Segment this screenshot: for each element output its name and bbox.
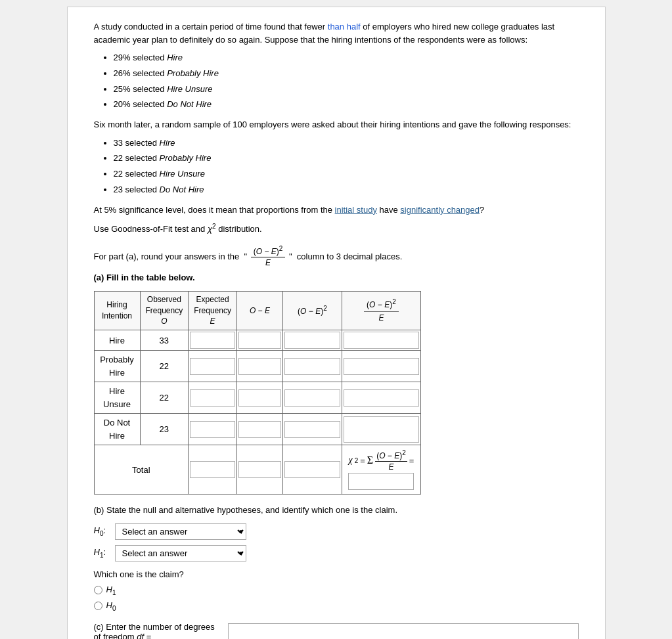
degrees-input[interactable] (228, 623, 579, 639)
input-total-oe[interactable] (238, 461, 281, 478)
list2-item3-italic: Hire Unsure (160, 169, 205, 179)
cell-expected-probably-hire[interactable] (189, 351, 237, 382)
table-container: HiringIntention ObservedFrequencyO Expec… (94, 291, 579, 495)
table-row-hire-unsure: HireUnsure 22 (94, 382, 420, 414)
list1-item2-italic: Probably Hire (167, 68, 219, 78)
cell-total-label: Total (94, 445, 189, 495)
intro-paragraph1: A study conducted in a certain period of… (94, 20, 579, 46)
cell-oe2-probably-hire[interactable] (282, 351, 342, 382)
h1-row: H1: Select an answer ▼ (94, 545, 579, 562)
list1: 29% selected Hire 26% selected Probably … (114, 51, 579, 112)
initial-study-link: initial study (335, 205, 377, 215)
cell-oe2e-hire-unsure[interactable] (342, 382, 420, 414)
input-chi-result[interactable] (348, 473, 414, 490)
list1-item4: 20% selected Do Not Hire (114, 98, 579, 112)
cell-oe2-hire[interactable] (282, 330, 342, 351)
input-expected-probably-hire[interactable] (190, 358, 235, 375)
formula-prefix: For part (a), round your answers in the … (94, 252, 250, 261)
input-oe-hire-unsure[interactable] (238, 389, 281, 407)
list2: 33 selected Hire 22 selected Probably Hi… (114, 137, 579, 197)
radio-h1-row: H1 (94, 584, 579, 596)
input-total-oe2[interactable] (284, 461, 340, 478)
cell-observed-do-not-hire: 23 (140, 414, 189, 445)
list1-item1: 29% selected Hire (114, 51, 579, 65)
cell-oe-hire[interactable] (236, 330, 282, 351)
fraction-formula: (O − E)2 E (251, 245, 286, 267)
cell-intention-hire: Hire (94, 330, 140, 351)
oe2e-formula: (O − E)2 E (375, 449, 407, 472)
list1-item2: 26% selected Probably Hire (114, 67, 579, 81)
input-oe2e-probably-hire[interactable] (344, 358, 419, 375)
list2-item4: 23 selected Do Not Hire (114, 183, 579, 197)
input-oe2-hire-unsure[interactable] (284, 389, 340, 407)
method-text: Use Goodness-of-Fit test and χ2 distribu… (94, 221, 579, 236)
chi-symbol-formula: χ (348, 455, 352, 466)
radio-h1[interactable] (94, 586, 102, 594)
cell-oe2e-do-not-hire[interactable] (342, 414, 420, 445)
cell-expected-hire[interactable] (189, 330, 237, 351)
input-expected-hire[interactable] (190, 332, 235, 349)
list2-item2-italic: Probably Hire (160, 153, 212, 163)
h1-select[interactable]: Select an answer (115, 545, 246, 562)
sigma-symbol: Σ (367, 454, 373, 466)
cell-oe2-hire-unsure[interactable] (282, 382, 342, 414)
list2-item2: 22 selected Probably Hire (114, 152, 579, 165)
cell-oe-hire-unsure[interactable] (236, 382, 282, 414)
cell-observed-hire-unsure: 22 (140, 382, 189, 414)
col-header-expected: ExpectedFrequencyE (189, 291, 237, 330)
cell-oe-do-not-hire[interactable] (236, 414, 282, 445)
input-oe2e-do-not-hire[interactable] (344, 416, 419, 443)
input-oe-probably-hire[interactable] (238, 358, 281, 375)
significantly-changed-link: significantly changed (400, 205, 480, 215)
cell-total-oe[interactable] (236, 445, 282, 495)
radio-h0[interactable] (94, 602, 102, 610)
list2-item1: 33 selected Hire (114, 137, 579, 150)
claim-question: Which one is the claim? (94, 568, 579, 581)
radio-h0-label: H0 (106, 600, 116, 612)
cell-intention-probably-hire: ProbablyHire (94, 351, 140, 382)
input-oe2e-hire[interactable] (344, 332, 419, 349)
cell-total-oe2[interactable] (282, 445, 342, 495)
list1-item1-italic: Hire (167, 53, 183, 62)
input-oe2-probably-hire[interactable] (284, 358, 340, 375)
intro-section: A study conducted in a certain period of… (94, 20, 579, 236)
input-oe2e-hire-unsure[interactable] (344, 389, 419, 407)
input-expected-hire-unsure[interactable] (190, 389, 235, 407)
part-a-label: (a) Fill in the table below. (94, 271, 579, 284)
cell-total-expected[interactable] (189, 445, 237, 495)
input-oe2-hire[interactable] (284, 332, 340, 349)
cell-oe-probably-hire[interactable] (236, 351, 282, 382)
link-than: than half (328, 22, 361, 32)
claim-section: Which one is the claim? H1 H0 (94, 568, 579, 612)
cell-oe2e-hire[interactable] (342, 330, 420, 351)
chi-sup: 2 (212, 223, 216, 230)
input-oe-do-not-hire[interactable] (238, 421, 281, 438)
input-expected-do-not-hire[interactable] (190, 421, 235, 438)
radio-h1-label: H1 (106, 584, 116, 596)
col-header-hiring: HiringIntention (94, 291, 140, 330)
cell-intention-hire-unsure: HireUnsure (94, 382, 140, 414)
list1-item3: 25% selected Hire Unsure (114, 83, 579, 97)
fraction-numerator: (O − E)2 (251, 245, 286, 257)
h0-select[interactable]: Select an answer (115, 523, 246, 540)
input-oe2-do-not-hire[interactable] (284, 421, 340, 438)
cell-oe2-do-not-hire[interactable] (282, 414, 342, 445)
input-oe-hire[interactable] (238, 332, 281, 349)
table-header-row: HiringIntention ObservedFrequencyO Expec… (94, 291, 420, 330)
main-page: A study conducted in a certain period of… (67, 7, 606, 639)
chi-symbol: χ (208, 225, 212, 234)
degrees-row: (c) Enter the number of degrees of freed… (94, 622, 579, 639)
cell-oe2e-probably-hire[interactable] (342, 351, 420, 382)
cell-expected-hire-unsure[interactable] (189, 382, 237, 414)
list1-item4-italic: Do Not Hire (167, 99, 212, 109)
table-row-total: Total χ2 = Σ (O − E)2 E (94, 445, 420, 495)
h0-label: H0: (94, 525, 111, 537)
list2-item3: 22 selected Hire Unsure (114, 167, 579, 181)
h0-row: H0: Select an answer ▼ (94, 523, 579, 540)
part-c-section: (c) Enter the number of degrees of freed… (94, 622, 579, 639)
col-header-o-minus-e: O − E (236, 291, 282, 330)
cell-expected-do-not-hire[interactable] (189, 414, 237, 445)
table-row-do-not-hire: Do NotHire 23 (94, 414, 420, 445)
part-b-section: (b) State the null and alternative hypot… (94, 504, 579, 611)
input-total-expected[interactable] (190, 461, 235, 478)
